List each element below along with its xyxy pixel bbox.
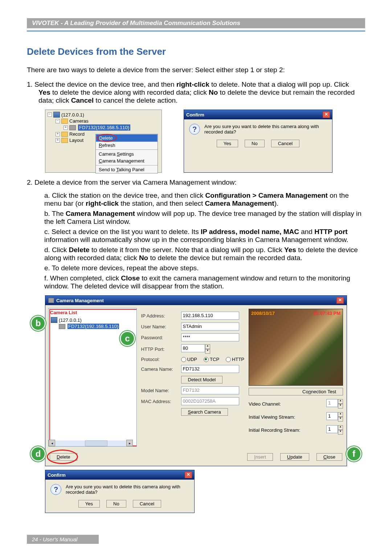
confirm-message: Are you sure you want to delete this cam… [204,124,327,135]
station-node[interactable]: (127.0.0.1) [51,317,136,323]
ctx-camera-settings[interactable]: Camera Settings [96,151,158,157]
expand-icon[interactable]: + [64,126,68,130]
spin-down-icon[interactable]: ▾ [205,349,210,354]
confirm-dialog-2: Confirm ✕ ? Are you sure you want to del… [45,470,195,513]
httpport-value[interactable]: 80 [181,344,205,352]
label-camera-name: Camera Name: [141,366,177,372]
cameras-label: Cameras [69,118,89,124]
callout-badge-b: b [30,316,46,331]
ip-input[interactable]: 192.168.5.110 [181,312,239,320]
bold: Yes [284,246,296,254]
step-1: 1. Select the device on the device tree,… [27,81,365,104]
bold-right-click: right-click [176,81,209,88]
detect-model-button[interactable]: Detect Model [181,376,223,383]
expand-icon[interactable]: + [56,132,60,136]
confirm-title: Confirm [186,112,204,118]
camera-preview: 2008/10/17 05:07:43 PM [249,309,343,386]
protocol-udp-radio[interactable]: UDP [181,357,197,362]
scroll-thumb[interactable] [85,440,107,446]
username-input[interactable]: STAdmin [181,323,239,331]
step-2a: a. Click the station on the device tree,… [44,192,365,208]
cancel-button[interactable]: Cancel [133,500,161,508]
text: 1. Select the device on the device tree,… [27,81,176,88]
osd-time: 05:07:43 PM [313,311,340,316]
text: d. Click [44,246,69,254]
close-button[interactable]: Close [317,453,342,461]
accel: C [99,158,102,164]
no-button[interactable]: No [106,500,126,508]
spin-down-icon[interactable]: ▾ [338,404,343,409]
bold: Close [121,274,140,282]
protocol-tcp-radio[interactable]: TCP [204,357,219,362]
scroll-right-icon[interactable]: ▸ [126,440,133,446]
connection-test-button[interactable]: Connection Test [249,388,343,395]
bold-no: No [209,89,218,96]
step-2c: c. Select a device on the list you want … [44,228,365,244]
insert-button[interactable]: Insert [247,453,273,461]
text: b. The [44,210,66,217]
collapse-icon[interactable]: − [48,112,52,117]
accel: R [99,143,102,148]
scrollbar-horizontal[interactable]: ◂ ▸ [49,440,133,446]
accel: C [323,454,327,460]
yes-button[interactable]: Yes [217,140,238,147]
yes-button[interactable]: Yes [78,500,100,508]
callout-badge-f: f [346,446,362,461]
osd-date: 2008/10/17 [251,311,275,316]
text: a. Click the station on the device tree,… [44,192,205,199]
ctx-refresh[interactable]: Refresh [96,142,158,149]
password-input[interactable]: **** [181,333,239,341]
ctx-separator [96,149,158,150]
ctx-send-talking[interactable]: Send to Talking Panel [96,166,158,173]
httpport-stepper[interactable]: 80▴▾ [181,344,210,354]
spin-down-icon[interactable]: ▾ [338,430,343,435]
init-record-stepper[interactable]: 1▴▾ [326,425,343,435]
camera-node-selected[interactable]: FD7132(192.168.5.110) [59,323,136,329]
bold: Camera Management [205,200,274,207]
highlight-oval-delete [97,134,117,142]
update-button[interactable]: Update [280,453,309,461]
value[interactable]: 1 [326,425,338,433]
ctx-camera-management[interactable]: Camera Management [96,157,158,164]
callout-badge-d: d [30,446,46,461]
tree-device-selected[interactable]: +FD7132(192.168.5.110) [64,124,159,131]
tree-cameras[interactable]: −Cameras [56,118,159,124]
label-user: User Name: [141,324,177,329]
camera-label: FD7132(192.168.5.110) [68,324,119,329]
value[interactable]: 1 [326,412,338,420]
spin-down-icon[interactable]: ▾ [338,417,343,422]
confirm-title: Confirm [48,472,66,478]
ctx-separator [96,165,158,165]
camera-name-input[interactable]: FD7132 [181,365,239,373]
label-password: Password: [141,335,177,340]
bold: right-click [86,200,119,207]
video-channel-stepper[interactable]: 1▴▾ [326,399,343,409]
page-footer: 24 - User's Manual [0,535,392,544]
radio-label: TCP [210,357,219,362]
question-icon: ? [50,484,61,495]
close-icon[interactable]: ✕ [323,111,330,118]
accel: D [57,454,60,460]
expand-icon[interactable]: + [56,138,60,143]
close-icon[interactable]: ✕ [336,297,344,304]
question-icon: ? [189,124,200,135]
camera-icon [69,125,76,130]
text: to delete it from the server. Note that … [90,246,285,254]
tree-root[interactable]: −(127.0.0.1) [48,111,159,118]
scroll-left-icon[interactable]: ◂ [49,440,55,446]
collapse-icon[interactable]: − [56,119,60,123]
init-view-stepper[interactable]: 1▴▾ [326,412,343,422]
protocol-http-radio[interactable]: HTTP [226,357,244,362]
page-header: VIVOTEK - A Leading Provider of Multimed… [27,18,365,28]
mac-field: 0002D107258A [181,397,239,405]
accel: I [254,454,256,460]
delete-button[interactable]: Delete [50,453,77,461]
search-camera-button[interactable]: Search Camera [181,408,228,416]
step-2f: f. When completed, click Close to exit t… [44,274,365,290]
no-button[interactable]: No [245,140,265,147]
close-icon[interactable]: ✕ [185,472,192,478]
label-mac: MAC Address: [141,399,177,404]
bold: Configuration > Camera Management [205,192,328,199]
station-icon [51,317,57,323]
cancel-button[interactable]: Cancel [271,140,299,147]
